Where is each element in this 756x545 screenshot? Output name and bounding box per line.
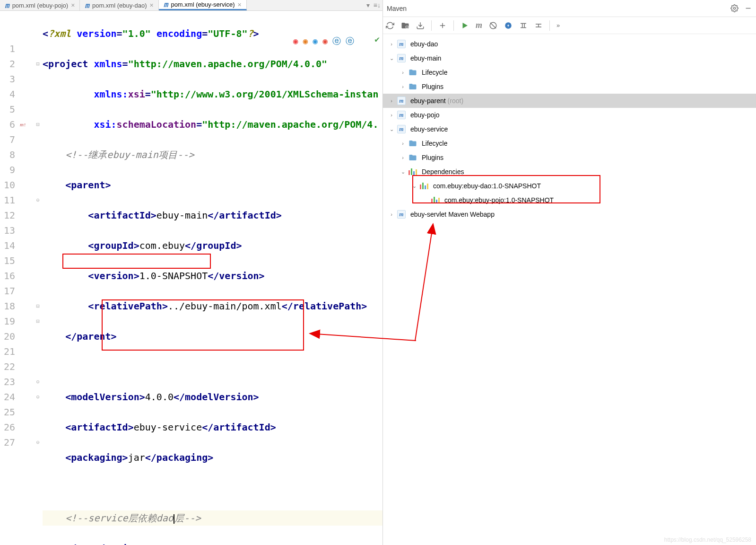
maven-title: Maven bbox=[387, 5, 725, 12]
edge-icon[interactable]: ⓔ bbox=[346, 34, 354, 49]
show-dependencies-icon[interactable] bbox=[519, 21, 528, 30]
tab-dropdown-icon[interactable]: ▾ bbox=[365, 1, 372, 9]
toggle-offline-icon[interactable] bbox=[504, 21, 513, 30]
maven-m-icon[interactable]: m bbox=[476, 20, 482, 30]
tab-label: pom.xml (ebuy-dao) bbox=[92, 2, 147, 9]
maven-icon: m bbox=[5, 1, 9, 10]
tab-ebuy-pojo[interactable]: mpom.xml (ebuy-pojo)× bbox=[0, 0, 80, 10]
run-icon[interactable] bbox=[461, 21, 469, 30]
tree-root-label: (root) bbox=[448, 97, 463, 105]
opera-icon[interactable]: ◉ bbox=[322, 34, 328, 49]
gear-icon[interactable] bbox=[730, 4, 739, 12]
chevron-right-icon[interactable]: › bbox=[399, 141, 407, 146]
close-icon[interactable]: × bbox=[71, 1, 75, 9]
svg-line-7 bbox=[490, 23, 496, 28]
tab-bar: mpom.xml (ebuy-pojo)× mpom.xml (ebuy-dao… bbox=[0, 0, 382, 11]
safari-icon[interactable]: ◉ bbox=[313, 34, 318, 49]
tree-ebuy-main[interactable]: ⌄mebuy-main bbox=[383, 51, 756, 65]
chevron-right-icon[interactable]: › bbox=[388, 112, 395, 118]
tab-list-icon[interactable]: ≡↓ bbox=[372, 1, 382, 9]
maven-icon: m bbox=[85, 1, 89, 10]
chevron-right-icon[interactable]: › bbox=[399, 70, 407, 75]
maven-panel: Maven m » ›mebuy-dao ⌄mebuy-main ›Lifecy… bbox=[383, 0, 756, 545]
marker-gutter: m↑ bbox=[20, 11, 33, 545]
chrome-icon[interactable]: ◉ bbox=[293, 34, 298, 49]
maven-header: Maven bbox=[383, 0, 756, 17]
folder-icon bbox=[408, 139, 417, 148]
maven-toolbar: m » bbox=[383, 17, 756, 34]
chevron-right-icon[interactable]: › bbox=[388, 211, 395, 217]
tree-dependencies[interactable]: ⌄Dependencies bbox=[383, 165, 756, 179]
tree-ebuy-pojo[interactable]: ›mebuy-pojo bbox=[383, 108, 756, 122]
generate-sources-icon[interactable] bbox=[401, 21, 409, 30]
tree-label: ebuy-parent bbox=[410, 97, 446, 105]
more-icon[interactable]: » bbox=[556, 22, 560, 29]
tab-label: pom.xml (ebuy-service) bbox=[171, 1, 235, 8]
editor-body: 1234567891011121314151617181920212223242… bbox=[0, 11, 382, 545]
chevron-right-icon[interactable]: › bbox=[388, 41, 395, 47]
tree-dep-pojo[interactable]: com.ebuy:ebuy-pojo:1.0-SNAPSHOT bbox=[383, 193, 756, 207]
tree-plugins-2[interactable]: ›Plugins bbox=[383, 150, 756, 165]
ie-icon[interactable]: ⓔ bbox=[332, 34, 341, 49]
add-icon[interactable] bbox=[438, 21, 447, 30]
fold-gutter: ⊟ ⊟ ⊖ ⊟⊟ ⊖⊖ ⊖ bbox=[33, 11, 43, 545]
tree-lifecycle[interactable]: ›Lifecycle bbox=[383, 65, 756, 79]
editor-panel: mpom.xml (ebuy-pojo)× mpom.xml (ebuy-dao… bbox=[0, 0, 383, 545]
download-sources-icon[interactable] bbox=[416, 21, 425, 30]
maven-tree: ›mebuy-dao ⌄mebuy-main ›Lifecycle ›Plugi… bbox=[383, 34, 756, 224]
bars-icon bbox=[408, 168, 417, 175]
chevron-down-icon[interactable]: ⌄ bbox=[410, 183, 418, 189]
minimize-icon[interactable] bbox=[744, 4, 752, 12]
watermark: https://blog.csdn.net/qq_52596258 bbox=[664, 536, 751, 543]
check-icon: ✔ bbox=[374, 32, 380, 47]
maven-icon: m bbox=[164, 0, 168, 9]
chevron-right-icon[interactable]: › bbox=[388, 98, 395, 104]
folder-icon bbox=[408, 82, 417, 91]
chevron-right-icon[interactable]: › bbox=[399, 84, 407, 89]
tab-ebuy-service[interactable]: mpom.xml (ebuy-service)× bbox=[159, 0, 247, 10]
bars-icon bbox=[431, 197, 440, 203]
chevron-down-icon[interactable]: ⌄ bbox=[399, 169, 407, 175]
code-area[interactable]: <?xml version="1.0" encoding="UTF-8"?> <… bbox=[43, 11, 382, 545]
tab-ebuy-dao[interactable]: mpom.xml (ebuy-dao)× bbox=[80, 0, 158, 10]
folder-icon bbox=[408, 153, 417, 162]
bars-icon bbox=[420, 183, 428, 189]
tab-label: pom.xml (ebuy-pojo) bbox=[12, 2, 69, 9]
firefox-icon[interactable]: ◉ bbox=[303, 34, 308, 49]
highlight-comment bbox=[62, 254, 211, 269]
tree-lifecycle-2[interactable]: ›Lifecycle bbox=[383, 136, 756, 150]
tree-ebuy-service[interactable]: ⌄mebuy-service bbox=[383, 122, 756, 136]
browser-icons: ◉ ◉ ◉ ◉ ⓔ ⓔ bbox=[293, 34, 354, 49]
chevron-right-icon[interactable]: › bbox=[399, 155, 407, 160]
tree-plugins[interactable]: ›Plugins bbox=[383, 79, 756, 94]
collapse-all-icon[interactable] bbox=[534, 21, 543, 30]
chevron-down-icon[interactable]: ⌄ bbox=[388, 55, 395, 62]
tree-ebuy-dao[interactable]: ›mebuy-dao bbox=[383, 37, 756, 51]
close-icon[interactable]: × bbox=[238, 1, 242, 9]
tree-ebuy-servlet[interactable]: ›mebuy-servlet Maven Webapp bbox=[383, 207, 756, 221]
tree-ebuy-parent[interactable]: ›mebuy-parent (root) bbox=[383, 94, 756, 108]
tree-dep-dao[interactable]: ⌄com.ebuy:ebuy-dao:1.0-SNAPSHOT bbox=[383, 179, 756, 193]
close-icon[interactable]: × bbox=[150, 1, 154, 9]
svg-marker-5 bbox=[463, 23, 468, 28]
toggle-skip-tests-icon[interactable] bbox=[489, 21, 497, 30]
svg-point-0 bbox=[733, 7, 735, 9]
reimport-icon[interactable] bbox=[386, 21, 394, 30]
chevron-down-icon[interactable]: ⌄ bbox=[388, 126, 395, 132]
line-number-gutter: 1234567891011121314151617181920212223242… bbox=[0, 11, 20, 545]
folder-icon bbox=[408, 68, 417, 77]
